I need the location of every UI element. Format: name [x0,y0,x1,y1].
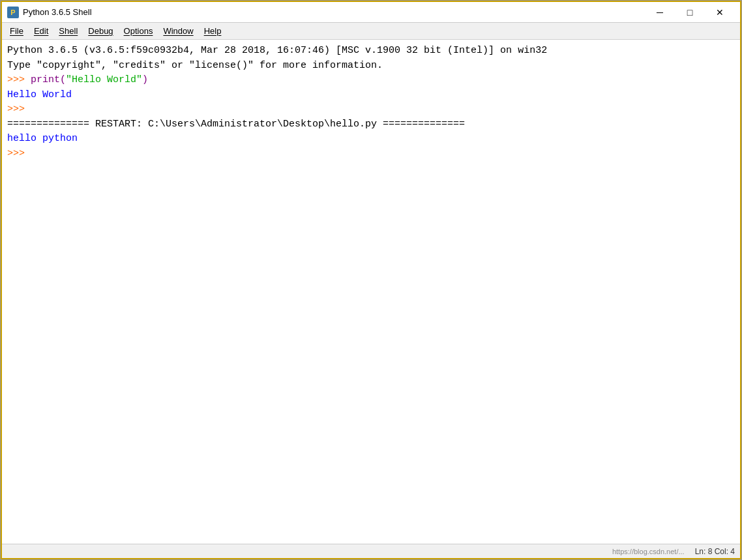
prompt-line-2: >>> [7,102,735,117]
cmd-keyword-1: print( [31,74,66,85]
info-line-1: Python 3.6.5 (v3.6.5:f59c0932b4, Mar 28 … [7,44,735,59]
title-bar: P Python 3.6.5 Shell ─ □ ✕ [2,2,740,23]
menu-shell[interactable]: Shell [53,25,83,37]
output-line-1: Hello World [7,88,735,103]
app-icon: P [7,7,19,18]
menu-debug[interactable]: Debug [83,25,118,37]
prompt-line-3: >>> [7,147,735,162]
status-bar: https://blog.csdn.net/... Ln: 8 Col: 4 [2,544,740,558]
menu-window[interactable]: Window [158,25,198,37]
status-url: https://blog.csdn.net/... [612,548,685,555]
status-position: Ln: 8 Col: 4 [695,547,735,556]
menu-help[interactable]: Help [199,25,227,37]
prompt-3: >>> [7,148,25,159]
main-window: P Python 3.6.5 Shell ─ □ ✕ File Edit She… [0,0,742,560]
menu-bar: File Edit Shell Debug Options Window Hel… [2,23,740,40]
cmd-string-1: "Hello World" [66,74,142,85]
window-controls: ─ □ ✕ [645,2,735,23]
output-line-2: hello python [7,132,735,147]
restart-separator: ============== RESTART: C:\Users\Adminis… [7,117,735,132]
window-title: Python 3.6.5 Shell [23,7,645,17]
maximize-button[interactable]: □ [675,2,705,23]
svg-text:P: P [10,8,15,16]
info-line-2: Type "copyright", "credits" or "license(… [7,59,735,74]
menu-options[interactable]: Options [119,25,158,37]
menu-edit[interactable]: Edit [29,25,53,37]
prompt-2: >>> [7,104,25,115]
close-button[interactable]: ✕ [705,2,735,23]
minimize-button[interactable]: ─ [645,2,675,23]
cmd-paren-close-1: ) [142,74,148,85]
prompt-1: >>> [7,74,31,85]
command-line-1: >>> print("Hello World") [7,73,735,88]
menu-file[interactable]: File [5,25,29,37]
shell-output[interactable]: Python 3.6.5 (v3.6.5:f59c0932b4, Mar 28 … [2,40,740,544]
